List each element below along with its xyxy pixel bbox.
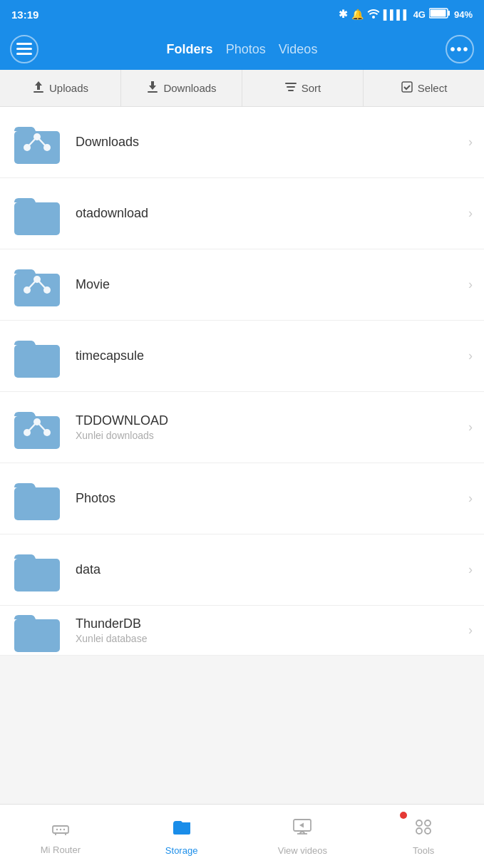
uploads-button[interactable]: Uploads — [0, 70, 121, 106]
svg-rect-2 — [448, 11, 450, 16]
header: Folders Photos Videos ••• — [0, 29, 484, 70]
tab-photos[interactable]: Photos — [226, 42, 266, 57]
tools-icon — [413, 817, 434, 842]
svg-rect-8 — [148, 91, 158, 93]
svg-rect-5 — [16, 48, 32, 50]
battery-icon — [429, 8, 450, 21]
folder-item-7[interactable]: data› — [0, 534, 484, 606]
chevron-right-icon: › — [468, 206, 473, 221]
svg-point-18 — [43, 144, 51, 151]
folder-item-6[interactable]: Photos› — [0, 463, 484, 534]
folder-name: Downloads — [76, 135, 463, 150]
folder-name: ThunderDB — [76, 616, 463, 631]
folder-icon — [11, 188, 63, 239]
folder-subtitle: Xunlei database — [76, 633, 463, 644]
wifi-icon — [367, 9, 380, 21]
svg-point-25 — [43, 286, 51, 294]
folder-icon — [11, 331, 63, 382]
status-icons: ✱ 🔔 ▌▌▌▌ 4G 94% — [339, 8, 473, 21]
svg-rect-34 — [14, 559, 60, 591]
folder-item-2[interactable]: otadownload› — [0, 178, 484, 249]
downloads-button[interactable]: Downloads — [121, 70, 242, 106]
svg-point-46 — [416, 828, 422, 834]
svg-point-40 — [60, 829, 61, 830]
folder-item-4[interactable]: timecapsule› — [0, 321, 484, 392]
folder-name: data — [76, 562, 463, 577]
svg-point-41 — [63, 829, 65, 830]
folder-name: TDDOWNLOAD — [76, 413, 463, 428]
chevron-right-icon: › — [468, 623, 473, 638]
folder-list: Downloads›otadownload›Movie›timecapsule›… — [0, 107, 484, 656]
view-videos-icon — [292, 817, 313, 842]
svg-rect-26 — [14, 345, 60, 378]
more-button[interactable]: ••• — [446, 35, 474, 63]
nav-mi-router-label: Mi Router — [41, 844, 81, 855]
nav-tools-label: Tools — [413, 845, 434, 856]
svg-point-32 — [43, 429, 51, 436]
battery-percent: 94% — [454, 9, 473, 20]
chevron-right-icon: › — [468, 135, 473, 150]
content-area: Downloads›otadownload›Movie›timecapsule›… — [0, 107, 484, 720]
svg-rect-33 — [14, 487, 60, 520]
svg-point-23 — [34, 276, 41, 283]
chevron-right-icon: › — [468, 562, 473, 577]
svg-rect-19 — [14, 202, 60, 235]
folder-item-1[interactable]: Downloads› — [0, 107, 484, 178]
svg-rect-12 — [402, 82, 412, 92]
bottom-nav: Mi Router Storage View videos — [0, 804, 484, 868]
svg-point-30 — [34, 418, 41, 425]
network-label: 4G — [413, 9, 426, 20]
download-icon — [146, 81, 159, 96]
svg-rect-6 — [16, 53, 32, 55]
svg-point-31 — [24, 429, 31, 436]
folder-item-5[interactable]: TDDOWNLOADXunlei downloads› — [0, 392, 484, 463]
nav-view-videos-label: View videos — [278, 845, 327, 856]
svg-point-24 — [24, 286, 31, 294]
nav-mi-router[interactable]: Mi Router — [0, 805, 121, 868]
sort-icon — [284, 81, 297, 96]
status-bar: 13:19 ✱ 🔔 ▌▌▌▌ 4G 94% — [0, 0, 484, 29]
folder-item-8[interactable]: ThunderDBXunlei database› — [0, 606, 484, 656]
svg-point-47 — [425, 828, 431, 834]
folder-name: timecapsule — [76, 348, 463, 363]
svg-point-45 — [425, 820, 431, 826]
storage-icon — [171, 817, 192, 842]
folder-icon — [11, 259, 63, 311]
status-time: 13:19 — [11, 9, 38, 21]
nav-storage[interactable]: Storage — [121, 805, 242, 868]
header-tabs: Folders Photos Videos — [167, 42, 318, 57]
chevron-right-icon: › — [468, 348, 473, 363]
svg-rect-11 — [288, 90, 294, 91]
chevron-right-icon: › — [468, 491, 473, 506]
chevron-right-icon: › — [468, 420, 473, 435]
tools-badge — [400, 812, 407, 819]
menu-button[interactable] — [10, 35, 38, 63]
folder-icon — [11, 544, 63, 596]
sort-button[interactable]: Sort — [242, 70, 364, 106]
nav-storage-label: Storage — [165, 845, 198, 856]
nav-view-videos[interactable]: View videos — [242, 805, 364, 868]
svg-point-39 — [56, 829, 58, 830]
svg-rect-3 — [430, 10, 446, 17]
nav-tools[interactable]: Tools — [363, 805, 484, 868]
signal-icon: ▌▌▌▌ — [383, 9, 410, 20]
tab-videos[interactable]: Videos — [279, 42, 318, 57]
tab-folders[interactable]: Folders — [167, 42, 213, 57]
folder-item-3[interactable]: Movie› — [0, 249, 484, 321]
folder-icon — [11, 402, 63, 453]
folder-subtitle: Xunlei downloads — [76, 430, 463, 441]
folder-icon — [11, 606, 63, 656]
select-button[interactable]: Select — [364, 70, 484, 106]
toolbar: Uploads Downloads Sort Select — [0, 70, 484, 107]
svg-rect-4 — [16, 43, 32, 45]
folder-name: Movie — [76, 277, 463, 292]
svg-point-0 — [372, 16, 375, 19]
svg-rect-35 — [14, 619, 60, 652]
alarm-icon: 🔔 — [351, 9, 364, 20]
svg-point-17 — [24, 144, 31, 151]
svg-rect-9 — [285, 83, 297, 84]
svg-rect-7 — [34, 91, 43, 93]
bluetooth-icon: ✱ — [339, 8, 348, 21]
folder-name: Photos — [76, 491, 463, 506]
chevron-right-icon: › — [468, 277, 473, 292]
